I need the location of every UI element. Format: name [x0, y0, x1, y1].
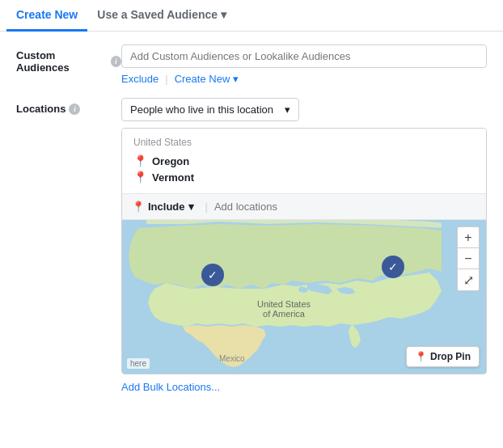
tab-bar: Create New Use a Saved Audience ▾: [0, 0, 503, 32]
create-new-audience-label: Create New: [175, 73, 230, 85]
add-locations-input[interactable]: [214, 201, 476, 213]
include-label: Include: [148, 201, 185, 213]
vermont-pin-icon: 📍: [133, 171, 147, 184]
svg-text:Mexico: Mexico: [219, 354, 245, 363]
location-item-oregon: 📍 Oregon: [133, 153, 475, 169]
zoom-out-btn[interactable]: −: [458, 248, 479, 269]
svg-text:✓: ✓: [388, 260, 398, 273]
custom-audiences-row: Custom Audiences i Exclude | Create New …: [16, 44, 487, 85]
location-box: United States 📍 Oregon 📍 Vermont 📍 Inclu…: [121, 128, 487, 374]
map-container: Mexico United States of America ✓: [122, 220, 486, 374]
custom-audiences-input[interactable]: [121, 44, 487, 68]
tab-create-new[interactable]: Create New: [6, 0, 87, 32]
add-bulk-link[interactable]: Add Bulk Locations...: [121, 381, 220, 393]
drop-pin-btn[interactable]: 📍 Drop Pin: [406, 346, 480, 367]
custom-audiences-content: Exclude | Create New ▾: [121, 44, 487, 85]
audiences-divider: |: [165, 73, 167, 85]
location-list: United States 📍 Oregon 📍 Vermont: [122, 129, 486, 194]
audiences-actions: Exclude | Create New ▾: [121, 73, 487, 85]
drop-pin-label: Drop Pin: [430, 351, 471, 362]
locations-label: Locations i: [16, 98, 121, 115]
include-pipe-sep: |: [205, 201, 208, 213]
svg-text:of America: of America: [263, 309, 306, 319]
zoom-in-btn[interactable]: +: [458, 227, 479, 248]
exclude-link[interactable]: Exclude: [121, 73, 159, 85]
create-new-audience-btn[interactable]: Create New ▾: [175, 73, 239, 85]
locations-info-icon[interactable]: i: [69, 104, 80, 115]
tab-saved-chevron-icon: ▾: [221, 8, 226, 21]
custom-audiences-label: Custom Audiences i: [16, 44, 121, 74]
location-item-vermont: 📍 Vermont: [133, 169, 475, 185]
svg-text:United States: United States: [257, 299, 311, 309]
tab-saved-label: Use a Saved Audience: [97, 8, 218, 21]
location-country: United States: [133, 137, 475, 148]
tab-use-saved[interactable]: Use a Saved Audience ▾: [87, 0, 236, 32]
map-controls: + − ⤢: [457, 226, 480, 291]
include-pin-icon: 📍: [132, 201, 145, 213]
location-dropdown-chevron-icon: ▾: [285, 104, 290, 116]
here-watermark: here: [127, 358, 150, 369]
oregon-label: Oregon: [152, 155, 189, 167]
locations-content: People who live in this location ▾ Unite…: [121, 98, 487, 393]
vermont-label: Vermont: [152, 171, 194, 184]
oregon-pin-icon: 📍: [133, 154, 147, 167]
svg-text:✓: ✓: [208, 268, 218, 281]
include-dropdown-btn[interactable]: Include ▾: [148, 199, 199, 214]
location-type-dropdown[interactable]: People who live in this location ▾: [121, 98, 299, 121]
form-area: Custom Audiences i Exclude | Create New …: [0, 32, 503, 419]
drop-pin-icon: 📍: [415, 351, 427, 362]
include-bar: 📍 Include ▾ |: [122, 194, 486, 220]
include-chevron-icon: ▾: [188, 201, 194, 213]
locations-row: Locations i People who live in this loca…: [16, 98, 487, 393]
create-new-audience-chevron-icon: ▾: [233, 73, 239, 85]
fullscreen-btn[interactable]: ⤢: [458, 269, 479, 290]
custom-audiences-info-icon[interactable]: i: [111, 56, 121, 67]
location-type-label: People who live in this location: [130, 104, 273, 116]
